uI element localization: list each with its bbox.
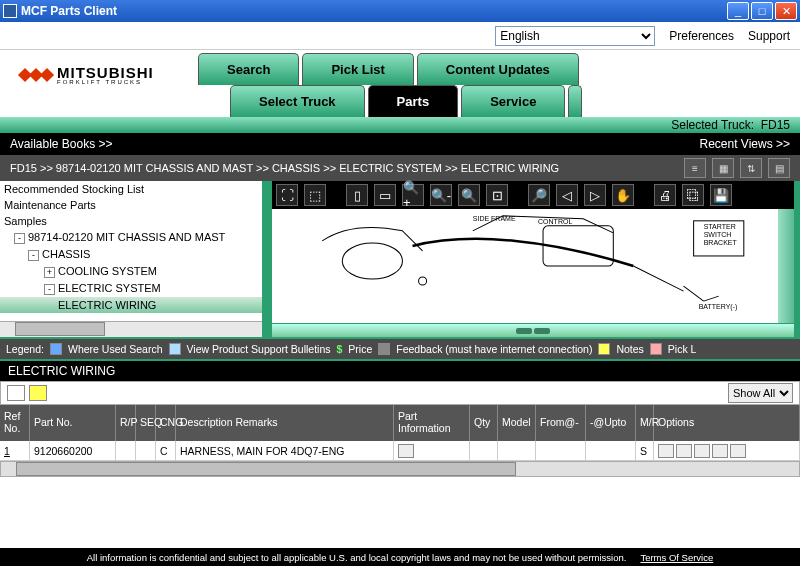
available-books-link[interactable]: Available Books >> [10,137,113,151]
svg-text:CONTROL: CONTROL [538,218,572,225]
legend-price[interactable]: Price [348,343,372,355]
tab-search[interactable]: Search [198,53,299,85]
zoom-in-icon[interactable]: 🔍+ [402,184,424,206]
diagram-canvas[interactable]: SIDE FRAME CONTROL STARTER SWITCH BRACKE… [272,209,794,323]
col-cng[interactable]: CNG [156,405,176,441]
col-options[interactable]: Options [654,405,800,441]
zoom-area-icon[interactable]: ⊡ [486,184,508,206]
tree-item[interactable]: -ELECTRIC SYSTEM [0,280,262,297]
support-link[interactable]: Support [748,29,790,43]
legend-pick[interactable]: Pick L [668,343,697,355]
legend-feedback[interactable]: Feedback (must have internet connection) [396,343,592,355]
opt-pick-icon[interactable] [694,444,710,458]
collapse-icon[interactable]: - [44,284,55,295]
col-ref[interactable]: Ref No. [0,405,30,441]
table-hscroll[interactable] [0,461,800,477]
tree-item[interactable]: -CHASSIS [0,246,262,263]
terms-link[interactable]: Terms Of Service [640,552,713,563]
cell-part-info[interactable] [394,441,470,460]
prev-icon[interactable]: ◁ [556,184,578,206]
cell-part[interactable]: 9120660200 [30,441,116,460]
col-seq[interactable]: SEQ [136,405,156,441]
view-grid-icon[interactable]: ▤ [768,158,790,178]
recent-views-link[interactable]: Recent Views >> [700,137,791,151]
header: MITSUBISHI FORKLIFT TRUCKS Search Pick L… [0,50,800,117]
col-part-info[interactable]: Part Information [394,405,470,441]
tree-item[interactable]: Samples [0,213,262,229]
show-all-select[interactable]: Show All [728,383,793,403]
svg-text:BRACKET: BRACKET [704,239,738,246]
cell-cng: C [156,441,176,460]
tab-parts[interactable]: Parts [368,85,459,117]
zoom-out-icon[interactable]: 🔍- [430,184,452,206]
brand-logo: MITSUBISHI FORKLIFT TRUCKS [20,64,154,85]
tab-service[interactable]: Service [461,85,565,117]
legend-where-used[interactable]: Where Used Search [68,343,163,355]
table-header: Ref No. Part No. R/P SEQ CNG Description… [0,405,800,441]
close-button[interactable]: ✕ [775,2,797,20]
tree-item[interactable]: -98714-02120 MIT CHASSIS AND MAST [0,229,262,246]
splitter-handle[interactable] [272,323,794,337]
next-icon[interactable]: ▷ [584,184,606,206]
col-rp[interactable]: R/P [116,405,136,441]
col-from[interactable]: From@- [536,405,586,441]
col-qty[interactable]: Qty [470,405,498,441]
expand-icon[interactable]: + [44,267,55,278]
part-info-icon[interactable] [398,444,414,458]
col-part[interactable]: Part No. [30,405,116,441]
col-desc[interactable]: Description Remarks [176,405,394,441]
cell-rp [116,441,136,460]
tree-hscroll[interactable] [0,321,262,337]
copy-icon[interactable]: ⿻ [682,184,704,206]
nav-bar: Available Books >> Recent Views >> [0,133,800,155]
scroll-thumb[interactable] [15,322,105,336]
breadcrumb[interactable]: FD15 >> 98714-02120 MIT CHASSIS AND MAST… [10,162,678,174]
legend-bulletins[interactable]: View Product Support Bulletins [187,343,331,355]
view-sort-icon[interactable]: ⇅ [740,158,762,178]
collapse-icon[interactable]: - [14,233,25,244]
col-mr[interactable]: M/R [636,405,654,441]
col-model[interactable]: Model [498,405,536,441]
print-icon[interactable]: 🖨 [654,184,676,206]
cell-model [498,441,536,460]
tab-pick-list[interactable]: Pick List [302,53,413,85]
collapse-icon[interactable]: - [28,250,39,261]
main-row: Recommended Stocking List Maintenance Pa… [0,181,800,339]
find-icon[interactable]: 🔎 [528,184,550,206]
tree-item[interactable]: +COOLING SYSTEM [0,263,262,280]
preferences-link[interactable]: Preferences [669,29,734,43]
save-icon[interactable]: 💾 [710,184,732,206]
legend-notes[interactable]: Notes [616,343,643,355]
opt-feedback-icon[interactable] [712,444,728,458]
tab-content-updates[interactable]: Content Updates [417,53,579,85]
table-row[interactable]: 1 9120660200 C HARNESS, MAIN FOR 4DQ7-EN… [0,441,800,461]
language-select[interactable]: English [495,26,655,46]
wiring-diagram: SIDE FRAME CONTROL STARTER SWITCH BRACKE… [272,209,794,323]
page-icon[interactable]: ▯ [346,184,368,206]
viewer-vscroll[interactable] [778,209,794,323]
fit-width-icon[interactable]: ▭ [374,184,396,206]
filter-chip-notes[interactable] [29,385,47,401]
filter-row: Show All [0,381,800,405]
maximize-button[interactable]: □ [751,2,773,20]
col-upto[interactable]: -@Upto [586,405,636,441]
tab-select-truck[interactable]: Select Truck [230,85,365,117]
tab-overflow[interactable] [568,85,582,117]
cell-ref[interactable]: 1 [0,441,30,460]
tree-item[interactable]: Recommended Stocking List [0,181,262,197]
pan-icon[interactable]: ✋ [612,184,634,206]
filter-chip[interactable] [7,385,25,401]
view-list-icon[interactable]: ≡ [684,158,706,178]
minimize-button[interactable]: _ [727,2,749,20]
opt-copy-icon[interactable] [730,444,746,458]
opt-notes-icon[interactable] [676,444,692,458]
tree-item-selected[interactable]: ELECTRIC WIRING [0,297,262,313]
price-icon: $ [337,343,343,355]
zoom-reset-icon[interactable]: 🔍 [458,184,480,206]
opt-where-used-icon[interactable] [658,444,674,458]
tree-item[interactable]: Maintenance Parts [0,197,262,213]
scroll-thumb[interactable] [16,462,516,476]
view-thumb-icon[interactable]: ▦ [712,158,734,178]
fullscreen-icon[interactable]: ⛶ [276,184,298,206]
fit-icon[interactable]: ⬚ [304,184,326,206]
